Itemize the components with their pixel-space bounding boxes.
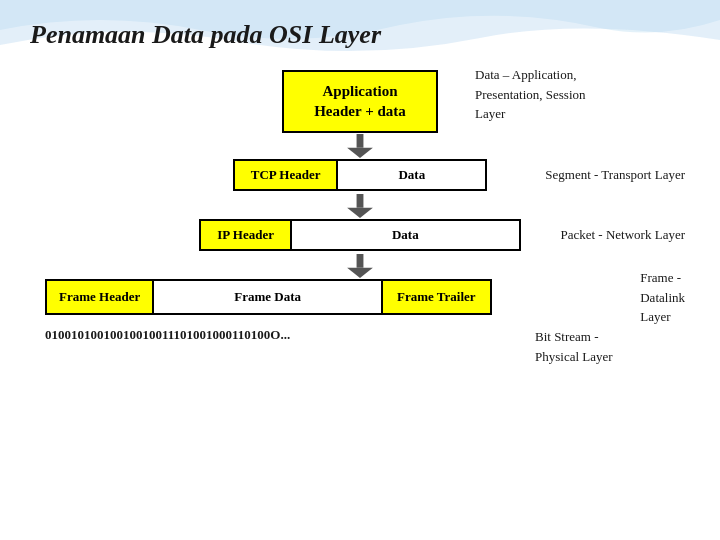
frame-layer-label: Frame - Datalink Layer (640, 268, 685, 327)
tcp-layer-row: TCP Header Data Segment - Transport Laye… (30, 159, 690, 191)
arrow-tcp-to-ip (30, 194, 690, 218)
app-line1: Application (322, 83, 397, 99)
arrow-ip-to-frame (30, 254, 690, 278)
app-line2: Header + data (314, 103, 406, 119)
svg-marker-3 (347, 208, 373, 218)
tcp-header-box: TCP Header (233, 159, 337, 191)
svg-rect-0 (357, 134, 364, 148)
app-label-line2: Presentation, Session (475, 87, 586, 102)
frame-label-line2: Datalink (640, 289, 685, 304)
ip-layer-label: Packet - Network Layer (560, 225, 685, 245)
bit-stream-label: Bit Stream - Physical Layer (535, 327, 685, 366)
ip-layer-row: IP Header Data Packet - Network Layer (30, 219, 690, 251)
arrow-app-to-tcp (30, 134, 690, 158)
frame-data-box: Frame Data (152, 279, 381, 315)
frame-label-line1: Frame - (640, 270, 681, 285)
frame-label-line3: Layer (640, 309, 670, 324)
frame-header-box: Frame Header (45, 279, 152, 315)
app-label-line1: Data – Application, (475, 67, 576, 82)
svg-marker-5 (347, 268, 373, 278)
svg-marker-1 (347, 148, 373, 158)
svg-rect-2 (357, 194, 364, 208)
frame-layer-row: Frame Header Frame Data Frame Trailer Fr… (30, 279, 690, 315)
bit-label-line1: Bit Stream - (535, 329, 599, 344)
app-header-box: Application Header + data (282, 70, 438, 133)
frame-trailer-box: Frame Trailer (381, 279, 492, 315)
app-layer-row: Application Header + data Data – Applica… (30, 70, 690, 133)
page-title: Penamaan Data pada OSI Layer (30, 20, 690, 50)
ip-data-box: Data (290, 219, 521, 251)
diagram: Application Header + data Data – Applica… (30, 70, 690, 343)
tcp-layer-label: Segment - Transport Layer (545, 165, 685, 185)
svg-rect-4 (357, 254, 364, 268)
app-layer-label: Data – Application, Presentation, Sessio… (475, 65, 685, 124)
main-content: Penamaan Data pada OSI Layer Application… (0, 0, 720, 353)
bit-label-line2: Physical Layer (535, 349, 613, 364)
tcp-data-box: Data (336, 159, 487, 191)
ip-header-box: IP Header (199, 219, 290, 251)
app-label-line3: Layer (475, 106, 505, 121)
bit-stream-row: 01001010010010010011101001000110100O... … (30, 327, 690, 343)
